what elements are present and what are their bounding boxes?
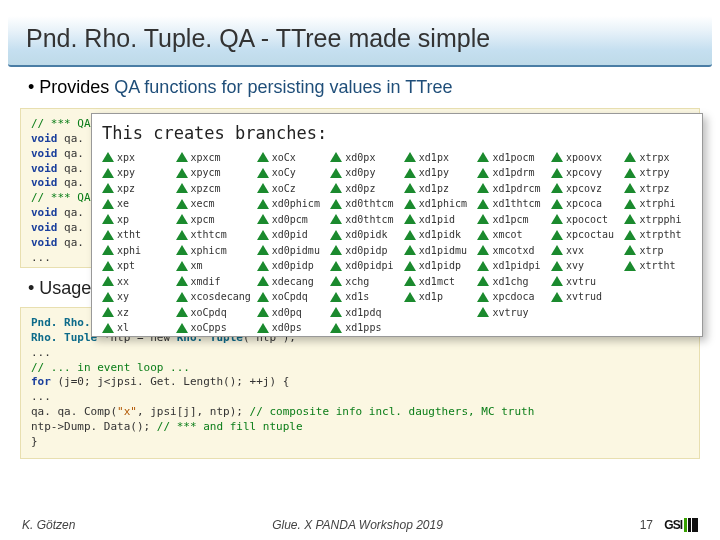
branch-item: xd1s xyxy=(330,290,398,304)
branch-label: xd1pidpi xyxy=(492,259,540,273)
branch-label: xvy xyxy=(566,259,584,273)
branch-label: xtrphi xyxy=(639,197,675,211)
branch-label: xd1pocm xyxy=(492,151,534,165)
branch-item: xpy xyxy=(102,166,170,180)
branch-label: xpococt xyxy=(566,213,608,227)
branch-label: xdecang xyxy=(272,275,314,289)
leaf-icon xyxy=(624,183,636,194)
leaf-icon xyxy=(102,261,114,272)
leaf-icon xyxy=(404,261,416,272)
branch-label: xd0pcm xyxy=(272,213,308,227)
bullet-line: • Provides QA functions for persisting v… xyxy=(0,67,720,104)
branch-label: xpcoca xyxy=(566,197,602,211)
branch-item: xoCz xyxy=(257,182,325,196)
code1-l3a: void xyxy=(31,147,58,160)
leaf-icon xyxy=(404,292,416,303)
branch-item: xd0pidpi xyxy=(330,259,398,273)
leaf-icon xyxy=(551,214,563,225)
branch-label: xpcovz xyxy=(566,182,602,196)
branch-label: xcosdecang xyxy=(191,290,251,304)
leaf-icon xyxy=(551,183,563,194)
branch-label: xpcdoca xyxy=(492,290,534,304)
branch-label: xvtru xyxy=(566,275,596,289)
branch-item: xd1pidpi xyxy=(477,259,545,273)
leaf-icon xyxy=(404,214,416,225)
leaf-icon xyxy=(624,230,636,241)
branch-item xyxy=(551,321,619,335)
leaf-icon xyxy=(624,152,636,163)
leaf-icon xyxy=(330,214,342,225)
branch-label: xoCpdq xyxy=(191,306,227,320)
leaf-icon xyxy=(404,168,416,179)
leaf-icon xyxy=(330,276,342,287)
branch-item: xd1mct xyxy=(404,275,472,289)
leaf-icon xyxy=(477,307,489,318)
c2-l7a: qa. qa. Comp( xyxy=(31,405,117,418)
branch-item: xchg xyxy=(330,275,398,289)
branch-item: xd0pq xyxy=(257,306,325,320)
c2-l3: ... xyxy=(31,346,689,361)
leaf-icon xyxy=(102,199,114,210)
branch-item: xmcotxd xyxy=(477,244,545,258)
c2-l2a: Rho. Tuple xyxy=(31,331,97,344)
branch-label: xd0pidp xyxy=(272,259,314,273)
branch-label: xd1pidp xyxy=(419,259,461,273)
branch-label: xpxcm xyxy=(191,151,221,165)
leaf-icon xyxy=(330,152,342,163)
slide-title: Pnd. Rho. Tuple. QA - TTree made simple xyxy=(26,24,694,53)
logo-bars-icon xyxy=(684,518,698,532)
branch-label: xl xyxy=(117,321,129,335)
leaf-icon xyxy=(551,245,563,256)
leaf-icon xyxy=(551,168,563,179)
leaf-icon xyxy=(176,168,188,179)
branch-label: xd1px xyxy=(419,151,449,165)
branch-item: xtrp xyxy=(624,244,692,258)
page-number: 17 xyxy=(640,518,653,532)
leaf-icon xyxy=(102,214,114,225)
branch-item: xd0thtcm xyxy=(330,197,398,211)
branch-label: xtrpphi xyxy=(639,213,681,227)
code1-l4a: void xyxy=(31,162,58,175)
leaf-icon xyxy=(176,245,188,256)
branch-label: xd1pidmu xyxy=(419,244,467,258)
bullet-lead: • Provides xyxy=(28,77,114,97)
leaf-icon xyxy=(404,152,416,163)
branch-item xyxy=(551,306,619,320)
branch-item: xpt xyxy=(102,259,170,273)
branch-item: xtrptht xyxy=(624,228,692,242)
branch-item xyxy=(477,321,545,335)
branch-label: xecm xyxy=(191,197,215,211)
branch-item: xpcovz xyxy=(551,182,619,196)
leaf-icon xyxy=(624,245,636,256)
branch-label: xd1pz xyxy=(419,182,449,196)
leaf-icon xyxy=(404,245,416,256)
footer-event: Glue. X PANDA Workshop 2019 xyxy=(272,518,443,532)
leaf-icon xyxy=(477,230,489,241)
branch-item: xmcot xyxy=(477,228,545,242)
branch-label: xpcm xyxy=(191,213,215,227)
branch-label: xpt xyxy=(117,259,135,273)
leaf-icon xyxy=(102,152,114,163)
leaf-icon xyxy=(176,183,188,194)
c2-l8b: // *** and fill ntuple xyxy=(157,420,303,433)
branch-label: xd1s xyxy=(345,290,369,304)
branch-label: xpzcm xyxy=(191,182,221,196)
leaf-icon xyxy=(176,292,188,303)
leaf-icon xyxy=(404,276,416,287)
branch-item: xphi xyxy=(102,244,170,258)
branch-item: xtrpz xyxy=(624,182,692,196)
branch-label: xpcoctau xyxy=(566,228,614,242)
leaf-icon xyxy=(257,168,269,179)
branch-item: xpcm xyxy=(176,213,251,227)
branch-label: xd0pidk xyxy=(345,228,387,242)
branch-grid: xpxxpxcmxoCxxd0pxxd1pxxd1pocmxpoovxxtrpx… xyxy=(102,151,692,335)
leaf-icon xyxy=(330,307,342,318)
branch-item: xd1p xyxy=(404,290,472,304)
branch-label: xphi xyxy=(117,244,141,258)
branch-label: xmdif xyxy=(191,275,221,289)
branch-item: xz xyxy=(102,306,170,320)
leaf-icon xyxy=(257,261,269,272)
branch-item: xd0pidk xyxy=(330,228,398,242)
branch-label: xthtcm xyxy=(191,228,227,242)
branch-item: xd1pdrcm xyxy=(477,182,545,196)
